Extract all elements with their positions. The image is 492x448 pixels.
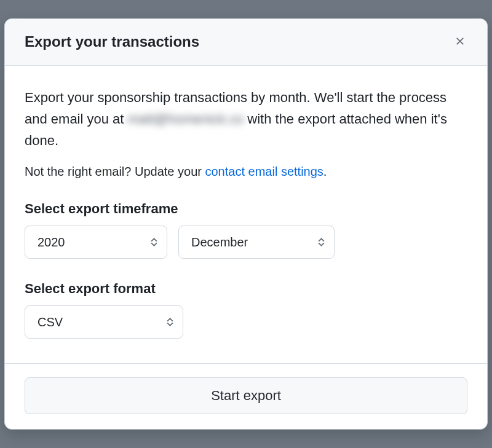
year-select-wrapper: 2020 <box>25 226 167 259</box>
email-note-suffix: . <box>323 165 327 178</box>
email-note: Not the right email? Update your contact… <box>25 165 467 179</box>
modal-body: Export your sponsorship transactions by … <box>5 66 487 364</box>
modal-header: Export your transactions <box>5 19 487 66</box>
export-transactions-modal: Export your transactions Export your spo… <box>4 18 488 430</box>
timeframe-selects: 2020 December <box>25 226 467 259</box>
format-select[interactable]: CSV <box>25 305 183 339</box>
start-export-button[interactable]: Start export <box>25 377 467 414</box>
year-select[interactable]: 2020 <box>25 226 167 259</box>
timeframe-label: Select export timeframe <box>25 201 467 217</box>
contact-email-settings-link[interactable]: contact email settings <box>205 165 323 178</box>
format-selects: CSV <box>25 305 467 339</box>
month-select-wrapper: December <box>178 226 335 259</box>
close-icon <box>454 35 466 49</box>
month-select[interactable]: December <box>178 226 335 259</box>
masked-email: matt@homenick.co <box>128 111 244 127</box>
close-button[interactable] <box>450 31 470 53</box>
format-label: Select export format <box>25 281 467 297</box>
modal-title: Export your transactions <box>25 33 199 50</box>
modal-footer: Start export <box>5 363 487 429</box>
format-select-wrapper: CSV <box>25 305 183 339</box>
email-note-prefix: Not the right email? Update your <box>25 165 205 178</box>
export-description: Export your sponsorship transactions by … <box>25 87 467 152</box>
